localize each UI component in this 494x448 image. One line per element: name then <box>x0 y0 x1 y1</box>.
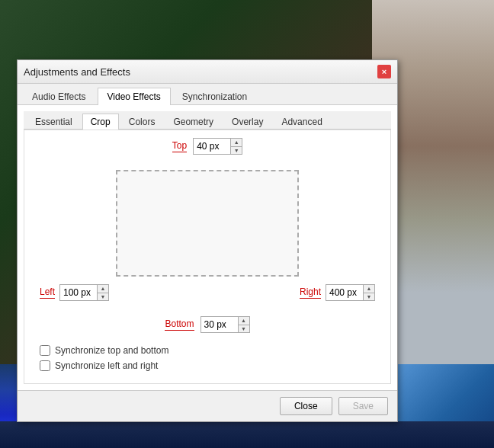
left-down-btn[interactable]: ▼ <box>98 293 108 301</box>
top-row: Top ▲ ▼ <box>32 138 383 155</box>
tab-audio-effects[interactable]: Audio Effects <box>22 88 96 105</box>
right-down-btn[interactable]: ▼ <box>364 293 374 301</box>
dialog-footer: Close Save <box>18 390 397 421</box>
bottom-row: Bottom ▲ ▼ <box>32 316 383 333</box>
right-field: Right ▲ ▼ <box>300 284 375 301</box>
left-label: Left <box>40 286 55 299</box>
main-tabs-container: Audio Effects Video Effects Synchronizat… <box>18 84 397 105</box>
subtab-crop[interactable]: Crop <box>82 114 119 130</box>
top-down-btn[interactable]: ▼ <box>231 147 242 155</box>
dialog-title: Adjustments and Effects <box>24 66 130 78</box>
close-button[interactable]: Close <box>280 397 332 415</box>
left-spinner[interactable]: ▲ ▼ <box>59 284 109 301</box>
dialog-titlebar: Adjustments and Effects × <box>18 60 397 84</box>
bottom-input[interactable] <box>201 317 238 332</box>
top-spinner[interactable]: ▲ ▼ <box>193 138 242 155</box>
bottom-spinner-buttons: ▲ ▼ <box>238 317 249 332</box>
save-button[interactable]: Save <box>338 397 388 415</box>
subtab-advanced[interactable]: Advanced <box>273 114 330 130</box>
sync-top-bottom-row: Synchronize top and bottom <box>40 345 375 356</box>
bottom-up-btn[interactable]: ▲ <box>239 317 249 325</box>
bottom-label: Bottom <box>165 318 194 331</box>
left-field: Left ▲ ▼ <box>40 284 109 301</box>
dialog-close-button[interactable]: × <box>377 65 391 78</box>
sync-top-bottom-checkbox[interactable] <box>40 345 50 356</box>
middle-row: Left ▲ ▼ Right ▲ ▼ <box>32 284 383 301</box>
adjustments-effects-dialog: Adjustments and Effects × Audio Effects … <box>17 59 398 422</box>
sub-tabs-container: Essential Crop Colors Geometry Overlay A… <box>24 111 391 130</box>
subtab-colors[interactable]: Colors <box>120 114 164 130</box>
top-up-btn[interactable]: ▲ <box>231 139 242 147</box>
crop-panel: Top ▲ ▼ Left ▲ <box>24 130 391 384</box>
right-spinner-buttons: ▲ ▼ <box>363 285 374 300</box>
tab-video-effects[interactable]: Video Effects <box>98 88 171 105</box>
sync-left-right-row: Synchronize left and right <box>40 360 375 371</box>
dialog-content: Essential Crop Colors Geometry Overlay A… <box>18 105 397 390</box>
left-input[interactable] <box>60 285 97 300</box>
subtab-overlay[interactable]: Overlay <box>223 114 271 130</box>
sync-left-right-label: Synchronize left and right <box>55 360 158 371</box>
subtab-essential[interactable]: Essential <box>27 114 81 130</box>
crop-diagram <box>116 170 299 277</box>
checkboxes-container: Synchronize top and bottom Synchronize l… <box>32 345 383 371</box>
right-spinner[interactable]: ▲ ▼ <box>326 284 375 301</box>
top-input[interactable] <box>194 139 230 154</box>
tab-synchronization[interactable]: Synchronization <box>172 88 257 105</box>
sync-left-right-checkbox[interactable] <box>40 360 50 371</box>
top-spinner-buttons: ▲ ▼ <box>230 139 242 154</box>
right-input[interactable] <box>326 285 363 300</box>
bottom-down-btn[interactable]: ▼ <box>239 325 249 333</box>
bottom-spinner[interactable]: ▲ ▼ <box>200 316 250 333</box>
sync-top-bottom-label: Synchronize top and bottom <box>55 345 168 356</box>
left-spinner-buttons: ▲ ▼ <box>97 285 108 300</box>
top-label: Top <box>172 140 187 152</box>
right-up-btn[interactable]: ▲ <box>364 285 374 293</box>
right-label: Right <box>300 286 321 299</box>
subtab-geometry[interactable]: Geometry <box>165 114 222 130</box>
left-up-btn[interactable]: ▲ <box>98 285 108 293</box>
